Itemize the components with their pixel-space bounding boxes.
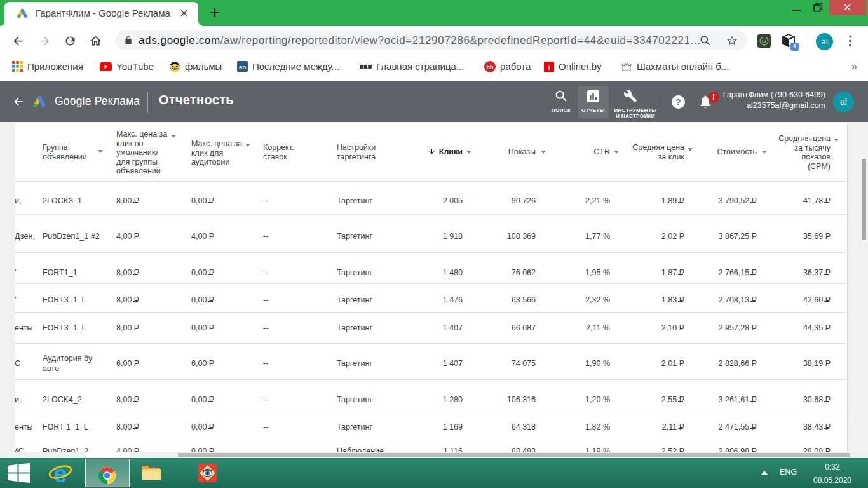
svg-text:i: i (548, 63, 550, 71)
svg-text:e: e (53, 461, 67, 485)
svg-text:en: en (239, 64, 246, 71)
svg-text:hh: hh (487, 64, 494, 70)
svg-text:?: ? (676, 97, 681, 107)
